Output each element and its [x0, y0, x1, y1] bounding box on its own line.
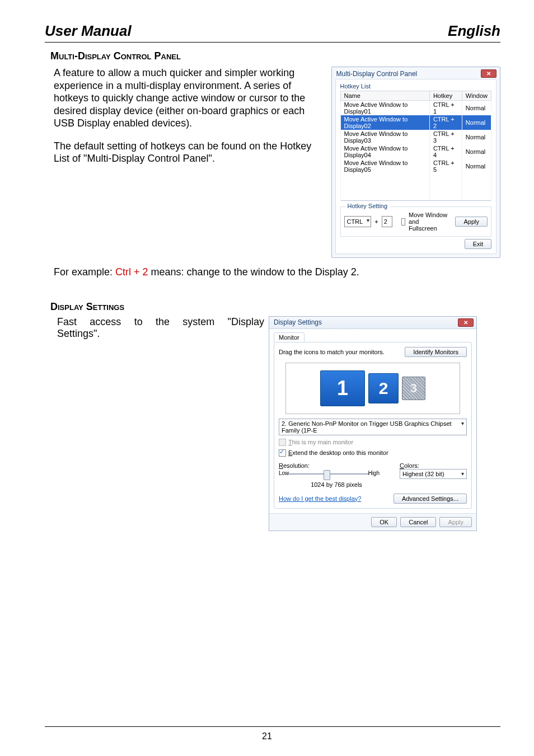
mdcp-dialog: Multi-Display Control Panel ✕ Hotkey Lis… — [331, 67, 500, 258]
plus-label: + — [374, 218, 378, 225]
page-number: 21 — [0, 731, 534, 741]
cancel-button[interactable]: Cancel — [400, 517, 436, 527]
apply-button: Apply — [439, 517, 472, 527]
page-title-left: User Manual — [45, 22, 132, 40]
monitor-2[interactable]: 2 — [368, 373, 399, 403]
page-title-right: English — [448, 22, 500, 40]
monitor-1[interactable]: 1 — [320, 370, 365, 406]
resolution-value: 1024 by 768 pixels — [279, 481, 394, 488]
main-monitor-checkbox — [279, 439, 286, 446]
ok-button[interactable]: OK — [371, 517, 397, 527]
section-title-mdcp: Multi-Display Control Panel — [50, 50, 500, 62]
modifier-select[interactable]: CTRL — [344, 216, 372, 227]
monitor-3[interactable]: 3 — [402, 377, 425, 400]
help-link[interactable]: How do I get the best display? — [279, 495, 361, 502]
close-icon[interactable]: ✕ — [481, 69, 496, 78]
identify-monitors-button[interactable]: Identify Monitors — [405, 347, 467, 357]
table-row[interactable]: Move Active Window to Display03CTRL + 3N… — [340, 130, 491, 144]
key-field[interactable]: 2 — [382, 216, 392, 227]
advanced-settings-button[interactable]: Advanced Settings... — [394, 494, 467, 504]
section1-para1: A feature to allow a much quicker and si… — [54, 67, 326, 130]
hotkey-table[interactable]: Name Hotkey Window Move Active Window to… — [340, 91, 491, 201]
extend-label: Extend the desktop onto this monitor — [288, 449, 388, 456]
main-monitor-label: This is my main monitor — [288, 439, 353, 445]
col-name[interactable]: Name — [340, 91, 429, 101]
fullscreen-label: Move Window and Fullscreen — [409, 212, 448, 232]
col-hotkey[interactable]: Hotkey — [429, 91, 462, 101]
monitor-arranger[interactable]: 1 2 3 — [285, 363, 460, 414]
table-row[interactable]: Move Active Window to Display05CTRL + 5N… — [340, 159, 491, 173]
example-line: For example: Ctrl + 2 means: change to t… — [54, 266, 500, 279]
resolution-label: Resolution: — [279, 462, 394, 469]
fullscreen-checkbox[interactable] — [401, 218, 405, 226]
monitor-select[interactable]: 2. Generic Non-PnP Monitor on Trigger US… — [279, 419, 467, 435]
tab-monitor[interactable]: Monitor — [274, 332, 305, 342]
hotkey-setting-group: Hotkey Setting CTRL + 2 Move Window and … — [340, 206, 491, 237]
hotkey-list-group: Hotkey List — [340, 83, 491, 90]
apply-button[interactable]: Apply — [455, 217, 488, 227]
colors-select[interactable]: Highest (32 bit) — [400, 469, 467, 479]
resolution-slider[interactable]: Low High — [279, 469, 380, 479]
ds-title-label: Display Settings — [274, 318, 322, 326]
colors-label: Colors: — [400, 462, 467, 469]
table-row[interactable]: Move Active Window to Display04CTRL + 4N… — [340, 144, 491, 159]
ds-intro: Fast access to the system "Display Setti… — [57, 316, 264, 531]
display-settings-dialog: Display Settings ✕ Monitor Drag the icon… — [269, 316, 477, 531]
table-row[interactable]: Move Active Window to Display01CTRL + 1N… — [340, 101, 491, 116]
mdcp-title: Multi-Display Control Panel — [336, 70, 418, 78]
col-window[interactable]: Window — [462, 91, 491, 101]
section1-para2: The default setting of hotkeys can be fo… — [54, 140, 326, 165]
section-title-ds: Display Settings — [50, 301, 500, 313]
table-row[interactable]: Move Active Window to Display02CTRL + 2N… — [340, 115, 491, 130]
extend-checkbox[interactable] — [279, 449, 286, 457]
exit-button[interactable]: Exit — [465, 239, 491, 249]
close-icon[interactable]: ✕ — [458, 318, 474, 327]
drag-text: Drag the icons to match your monitors. — [279, 349, 385, 355]
